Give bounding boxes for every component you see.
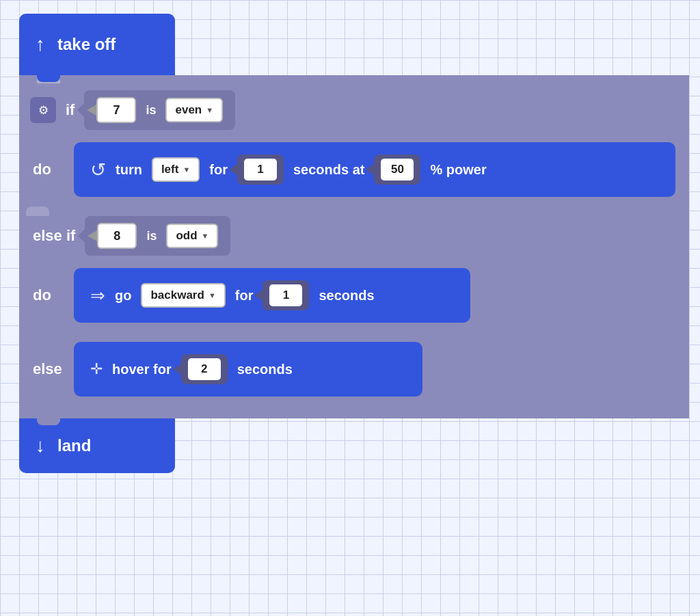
takeoff-block[interactable]: ↑ take off (19, 14, 175, 75)
power-value[interactable]: 50 (381, 159, 414, 180)
takeoff-icon: ↑ (36, 34, 45, 55)
seconds-value3[interactable]: 2 (188, 358, 221, 380)
if-label: if (66, 101, 75, 119)
go-label: go (115, 288, 131, 304)
for2-label: for (235, 288, 254, 304)
seconds-at-label: seconds at (293, 162, 364, 178)
hover-label: hover for (112, 362, 172, 377)
seconds-value2-block: 1 (262, 280, 309, 310)
if-container: ⚙ if 7 is even ▼ do (19, 75, 689, 418)
elseif-label: else if (33, 227, 75, 245)
action3-block[interactable]: ✛ hover for 2 seconds (74, 342, 422, 397)
turn-label: turn (116, 162, 142, 178)
land-block[interactable]: ↓ land (19, 418, 175, 473)
condition2-dropdown[interactable]: odd ▼ (166, 224, 218, 248)
land-label: land (57, 436, 91, 455)
condition1-is: is (146, 103, 156, 118)
direction-dropdown[interactable]: left ▼ (152, 157, 200, 182)
condition1-value-wrapper: 7 (96, 97, 136, 123)
do1-row: do ↺ turn left ▼ for 1 seconds at (19, 139, 689, 206)
land-icon: ↓ (36, 435, 45, 457)
condition2-value-wrapper: 8 (97, 223, 137, 249)
do2-row: do ⇒ go backward ▼ for 1 seconds (19, 265, 689, 332)
do1-label: do (33, 161, 63, 178)
for-label: for (209, 162, 228, 178)
direction2-dropdown[interactable]: backward ▼ (141, 283, 225, 308)
condition2-value[interactable]: 8 (97, 223, 137, 249)
seconds-value1[interactable]: 1 (244, 159, 277, 180)
gear-icon: ⚙ (30, 97, 56, 123)
condition1-value[interactable]: 7 (96, 97, 136, 123)
else-label: else (33, 360, 63, 378)
seconds-value1-block: 1 (237, 155, 284, 185)
seconds2-label: seconds (319, 288, 374, 304)
condition1-dropdown[interactable]: even ▼ (165, 98, 223, 122)
power-value-block: 50 (374, 155, 420, 185)
elseif-row: else if 8 is odd ▼ (19, 206, 689, 265)
if-row: ⚙ if 7 is even ▼ (19, 75, 689, 139)
forward-icon: ⇒ (90, 285, 105, 306)
rotate-icon: ↺ (90, 159, 106, 181)
condition2-block: 8 is odd ▼ (85, 216, 230, 256)
power-label: % power (430, 162, 486, 178)
do2-label: do (33, 286, 63, 304)
condition1-block: 7 is even ▼ (84, 90, 235, 130)
seconds-value3-block: 2 (181, 354, 228, 384)
action1-block[interactable]: ↺ turn left ▼ for 1 seconds at 50 (74, 142, 675, 197)
hover-icon: ✛ (90, 360, 103, 378)
else-row: else ✛ hover for 2 seconds (19, 332, 689, 406)
action2-block[interactable]: ⇒ go backward ▼ for 1 seconds (74, 268, 470, 323)
seconds3-label: seconds (237, 362, 293, 377)
condition2-is: is (146, 229, 157, 243)
takeoff-label: take off (57, 35, 116, 54)
seconds-value2[interactable]: 1 (269, 284, 302, 306)
